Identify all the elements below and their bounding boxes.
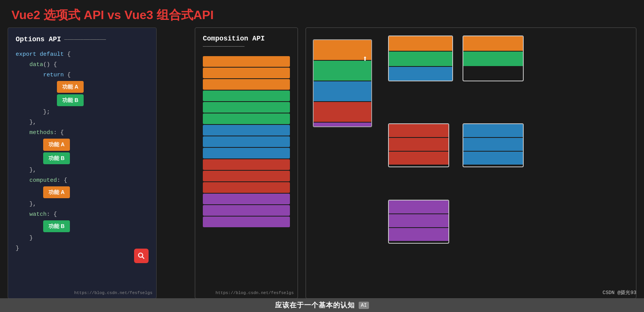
bar-green-2 [203, 102, 290, 113]
func1-blue [389, 67, 452, 81]
bar-orange-3 [203, 79, 290, 90]
func2-orange [463, 36, 523, 51]
comp-bar-orange [314, 40, 371, 60]
func-box-4: function [463, 123, 524, 167]
badge-data-b: 功能 B [57, 94, 84, 106]
bar-blue-2 [203, 136, 290, 147]
page-title: Vue2 选项式 API vs Vue3 组合式API [0, 0, 644, 27]
func5-purple-1 [389, 200, 448, 213]
panel-comp-watermark: https://blog.csdn.net/fesfselgs [215, 291, 294, 295]
bar-blue-1 [203, 125, 290, 136]
composition-bars [203, 56, 290, 227]
badge-methods-b: 功能 B [43, 152, 70, 164]
panel-composition-api: Composition API https://blog.csdn.net/fe… [195, 27, 298, 299]
func-box-5: function [388, 200, 449, 244]
options-api-label: Options API [16, 36, 149, 43]
comp-bar-blue [314, 81, 371, 101]
bar-green-1 [203, 91, 290, 101]
code-block: export default { data() { return { 功能 A … [16, 49, 149, 254]
bar-red-3 [203, 182, 290, 193]
badge-data-a: 功能 A [57, 81, 84, 93]
func4-blue-3 [463, 152, 523, 165]
func-box-2: function [463, 36, 524, 81]
func1-orange [389, 36, 452, 51]
component-box-left [313, 39, 372, 127]
bar-orange-1 [203, 56, 290, 67]
badge-computed-a: 功能 A [43, 186, 70, 198]
search-button[interactable] [134, 249, 149, 263]
panel-options-watermark: https://blog.csdn.net/fesfselgs [74, 291, 152, 295]
svg-point-0 [139, 253, 143, 257]
bottom-bar-text: 应该在于一个基本的认知 [275, 301, 355, 310]
func5-purple-2 [389, 214, 448, 227]
bar-purple-2 [203, 205, 290, 216]
bar-red-1 [203, 159, 290, 170]
bar-blue-3 [203, 148, 290, 158]
func4-blue-2 [463, 138, 523, 151]
bar-green-3 [203, 113, 290, 124]
func3-red-1 [389, 124, 448, 137]
func1-green [389, 52, 452, 66]
panel-options-api: Options API export default { data() { re… [8, 27, 157, 299]
func-box-3: function [388, 123, 449, 167]
comp-bar-purple [314, 123, 371, 127]
svg-line-1 [142, 257, 144, 259]
bar-orange-2 [203, 68, 290, 78]
func4-blue-1 [463, 124, 523, 137]
func2-green [463, 52, 523, 66]
func5-purple-3 [389, 228, 448, 241]
composition-api-label: Composition API [203, 35, 290, 50]
bar-red-2 [203, 171, 290, 181]
func-box-1: function [388, 36, 453, 81]
csdn-watermark: CSDN @摄光93 [603, 289, 636, 296]
badge-watch-b: 功能 B [43, 220, 70, 232]
bar-purple-1 [203, 194, 290, 204]
bottom-bar: 应该在于一个基本的认知 AI [0, 298, 644, 312]
ai-badge: AI [359, 302, 369, 309]
comp-bar-green [314, 61, 371, 81]
bar-purple-3 [203, 217, 290, 227]
content-area: Options API export default { data() { re… [0, 27, 644, 311]
badge-methods-a: 功能 A [43, 139, 70, 150]
comp-bar-red [314, 102, 371, 122]
panel-functions: ⬆ function function function [306, 27, 636, 299]
func3-red-3 [389, 152, 448, 165]
func3-red-2 [389, 138, 448, 151]
